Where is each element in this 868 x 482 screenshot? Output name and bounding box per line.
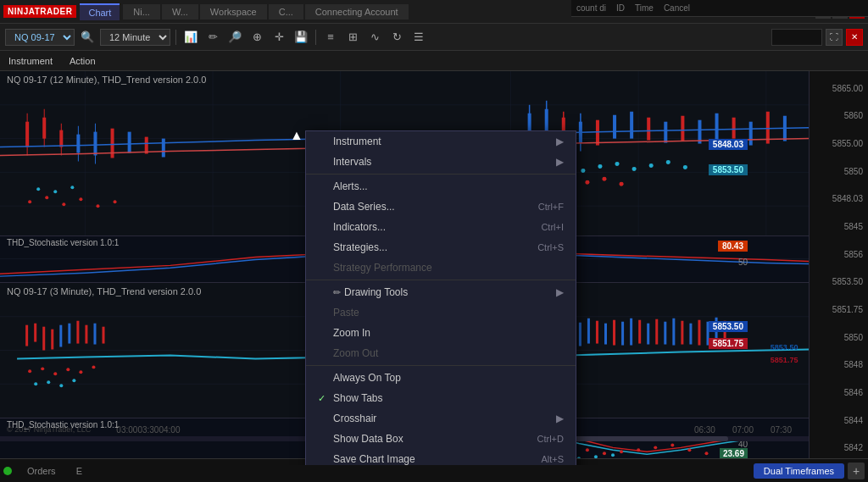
ctx-zoom-in[interactable]: Zoom In [306,323,576,343]
menu-instrument[interactable]: Instrument [5,54,56,68]
ctx-drawing-tools[interactable]: ✏ Drawing Tools ▶ [306,282,576,302]
svg-rect-100 [596,321,598,344]
svg-point-126 [637,448,640,452]
ctx-shortcut-savechart: Alt+S [541,454,564,464]
svg-rect-106 [647,324,649,345]
context-menu: Instrument ▶ Intervals ▶ Alerts... Data … [305,130,576,465]
crosshair-icon[interactable]: ✛ [270,28,288,47]
price-5848-2: 5848 [811,360,866,369]
ctx-strategies[interactable]: Strategies... Ctrl+S [306,237,576,258]
price-5846: 5846 [811,388,866,397]
svg-point-127 [654,446,657,449]
pencil-icon[interactable]: ✏ [203,28,222,47]
bars-icon[interactable]: ≡ [321,28,340,47]
cursor-icon[interactable]: ⊕ [248,28,266,47]
price-5855: 5855.00 [811,139,866,148]
main-chart-title: NQ 09-17 (12 Minute), THD_Trend version … [7,75,206,85]
stochastic-1-title: THD_Stochastic version 1.0:1 [7,238,119,247]
time-tick-0400: 04:00 [159,425,180,435]
ctx-intervals[interactable]: Intervals ▶ [306,152,576,172]
svg-point-27 [79,197,82,201]
svg-point-83 [28,369,31,373]
svg-point-59 [632,167,637,171]
bottom-tab-orders[interactable]: Orders [19,463,64,479]
interval-select[interactable]: 12 Minute [100,29,170,46]
price-5844: 5844 [811,416,866,425]
svg-rect-75 [42,327,45,351]
sub-chart-title: NQ 09-17 (3 Minute), THD_Trend version 2… [7,286,201,296]
svg-rect-78 [68,324,70,344]
price-badge-5853: 5853.50 [709,164,748,175]
svg-point-30 [36,187,40,191]
bar-chart-icon[interactable]: 📊 [181,28,200,47]
svg-point-66 [585,180,589,185]
svg-point-67 [602,177,606,181]
timeframe-tab-dual[interactable]: Dual Timeframes [754,463,844,479]
ctx-alerts[interactable]: Alerts... [306,176,576,197]
svg-point-84 [41,367,44,370]
toolbar: NQ 09-17 🔍 12 Minute 📊 ✏ 🔎 ⊕ ✛ 💾 ≡ ⊞ ∿ ↻… [0,24,868,51]
save-icon[interactable]: 💾 [292,28,310,47]
svg-point-25 [45,196,48,199]
order-column-headers: count di ID Time Cancel [571,0,868,17]
svg-rect-102 [613,320,615,346]
svg-point-28 [96,204,99,208]
tab-c[interactable]: C... [269,4,303,19]
ctx-show-tabs[interactable]: ✓ Show Tabs [306,388,576,408]
view-toggle-buttons[interactable] [771,29,822,46]
search-icon[interactable]: 🔍 [78,28,97,47]
svg-point-24 [28,200,31,203]
ctx-instrument[interactable]: Instrument ▶ [306,131,576,152]
svg-rect-108 [664,322,666,345]
bottom-tab-e[interactable]: E [68,463,91,479]
svg-rect-107 [655,319,658,345]
instrument-select[interactable]: NQ 09-17 [5,29,75,46]
ctx-crosshair[interactable]: Crosshair ▶ [306,408,576,429]
svg-point-89 [34,382,37,385]
ctx-arrow-instrument: ▶ [556,136,564,147]
chart-tab-active[interactable]: Chart [80,3,120,20]
status-indicator [3,467,12,475]
list-icon[interactable]: ☰ [409,28,428,47]
tab-w[interactable]: W... [162,4,198,19]
svg-rect-23 [162,139,165,158]
svg-point-129 [687,448,691,452]
price-axis: 5865.00 5860 5855.00 5850 5848.03 5845 5… [809,71,868,465]
ctx-shortcut-dataseries: Ctrl+F [538,202,564,212]
chart-area: NQ 09-17 (12 Minute), THD_Trend version … [0,71,868,465]
tab-ni[interactable]: Ni... [123,4,160,19]
close-chart-icon[interactable]: ✕ [846,29,863,46]
svg-point-90 [47,380,50,384]
zoom-in-icon[interactable]: 🔎 [225,28,244,47]
ctx-save-chart-image[interactable]: Save Chart Image Alt+S [306,449,576,465]
tab-connecting[interactable]: Connecting Account [305,4,409,19]
price-badge-5848: 5848.03 [709,139,748,150]
svg-point-128 [670,443,674,446]
ctx-zoom-out: Zoom Out [306,343,576,363]
sync-icon[interactable]: ↻ [387,28,406,47]
ctx-show-data-box[interactable]: Show Data Box Ctrl+D [306,429,576,449]
svg-point-31 [53,190,57,193]
ctx-strategy-performance: Strategy Performance [306,258,576,278]
svg-point-26 [62,202,65,206]
menu-action[interactable]: Action [66,54,99,68]
ctx-always-on-top[interactable]: Always On Top [306,368,576,388]
svg-point-86 [66,368,70,371]
tab-workspace[interactable]: Workspace [200,4,267,19]
time-tick-0630: 06:30 [694,425,715,435]
ctx-data-series[interactable]: Data Series... Ctrl+F [306,197,576,217]
fullscreen-icon[interactable]: ⛶ [826,29,843,46]
svg-point-123 [586,448,589,452]
ctx-arrow-drawing: ▶ [556,286,564,298]
ctx-checkmark-showtabs: ✓ [318,393,330,404]
svg-point-58 [615,162,620,166]
svg-rect-74 [34,324,36,342]
time-tick-0730: 07:30 [771,425,792,435]
wave-icon[interactable]: ∿ [365,28,384,47]
svg-point-125 [620,450,623,453]
grid-icon[interactable]: ⊞ [343,28,362,47]
ctx-indicators[interactable]: Indicators... Ctrl+I [306,217,576,237]
ctx-arrow-crosshair: ▶ [556,413,564,424]
price-5856: 5856 [811,250,866,259]
add-tab-button[interactable]: + [848,463,865,479]
